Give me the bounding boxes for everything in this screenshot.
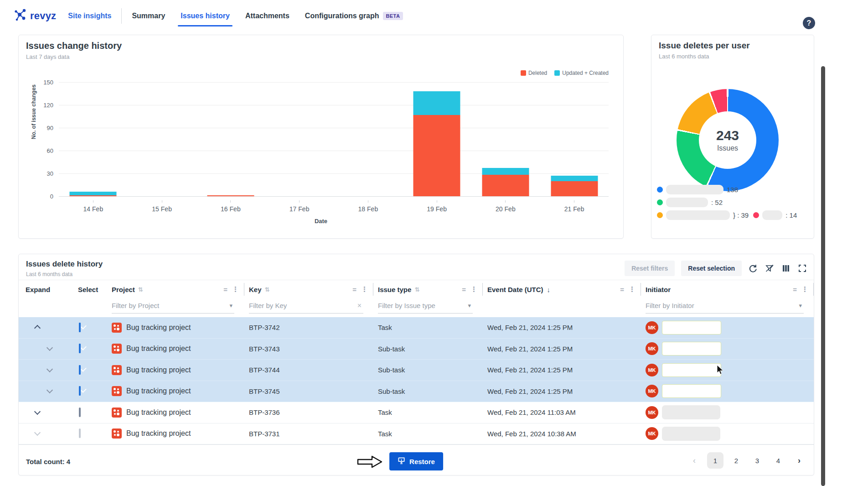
- help-icon[interactable]: ?: [803, 17, 815, 29]
- donut-legend-item[interactable]: : 14: [753, 210, 797, 220]
- legend-item[interactable]: Updated + Created: [554, 70, 609, 76]
- pagination-page-3[interactable]: 3: [749, 452, 765, 469]
- brand-name: revyz: [30, 10, 56, 22]
- fullscreen-icon[interactable]: [797, 263, 807, 273]
- initiator-name-redacted: [662, 427, 720, 441]
- table-row[interactable]: Bug tracking project BTP-3743 Sub-task W…: [19, 339, 814, 360]
- issues-change-history-card: Issues change history Last 7 days data D…: [18, 35, 624, 239]
- pagination-page-2[interactable]: 2: [728, 452, 744, 469]
- dropdown-icon[interactable]: ▾: [468, 302, 471, 309]
- reset-selection-button[interactable]: Reset selection: [681, 261, 742, 276]
- col-project[interactable]: Project⇅ =⋮: [104, 280, 244, 298]
- donut-legend-value: } : 39: [733, 211, 749, 219]
- pagination-prev[interactable]: ‹: [686, 452, 703, 469]
- bar-segment-deleted: [207, 195, 254, 196]
- row-checkbox[interactable]: [79, 386, 81, 396]
- refresh-icon[interactable]: [748, 263, 758, 273]
- column-menu-icon[interactable]: ⋮: [470, 285, 477, 293]
- clear-icon[interactable]: ×: [357, 302, 362, 310]
- sort-icon[interactable]: ⇅: [138, 286, 143, 293]
- redacted-user-name: [762, 210, 782, 220]
- donut-legend-item[interactable]: } : 39: [657, 210, 749, 220]
- col-select: Select: [69, 280, 104, 298]
- x-tick-label: 14 Feb: [59, 200, 128, 213]
- event-date: Wed, Feb 21, 2024 1:25 PM: [483, 387, 641, 395]
- tab-issues-history[interactable]: Issues history: [181, 0, 230, 32]
- resize-handle-icon[interactable]: =: [462, 286, 466, 293]
- restore-button[interactable]: Restore: [389, 452, 443, 470]
- column-menu-icon[interactable]: ⋮: [361, 285, 368, 293]
- project-avatar-icon: [112, 323, 122, 333]
- resize-handle-icon[interactable]: =: [352, 286, 356, 293]
- col-key[interactable]: Key⇅ =⋮: [244, 280, 373, 298]
- top-nav: revyz Site insights Summary Issues histo…: [0, 0, 868, 32]
- row-checkbox[interactable]: [79, 344, 81, 353]
- stacked-bar[interactable]: [70, 192, 117, 196]
- reset-filters-button[interactable]: Reset filters: [625, 261, 675, 276]
- resize-handle-icon[interactable]: =: [793, 286, 797, 293]
- tab-summary[interactable]: Summary: [132, 0, 165, 32]
- dropdown-icon[interactable]: ▾: [799, 302, 802, 309]
- sort-icon[interactable]: ⇅: [265, 286, 270, 293]
- dropdown-icon[interactable]: ▾: [229, 302, 232, 309]
- pagination-next[interactable]: ›: [791, 452, 807, 469]
- issue-key: BTP-3742: [244, 324, 373, 331]
- pagination: ‹1234›: [686, 452, 807, 469]
- tab-configurations-graph[interactable]: Configurations graph BETA: [305, 0, 403, 32]
- col-initiator[interactable]: Initiator =⋮: [641, 280, 814, 298]
- legend-item[interactable]: Deleted: [521, 70, 547, 76]
- vertical-scrollbar[interactable]: [821, 66, 825, 486]
- issue-key: BTP-3744: [244, 366, 373, 374]
- table-body: Bug tracking project BTP-3742 Task Wed, …: [19, 317, 814, 444]
- table-toolbar: Reset filters Reset selection: [625, 261, 807, 276]
- col-issue-type[interactable]: Issue type⇅ =⋮: [373, 280, 483, 298]
- table-row[interactable]: Bug tracking project BTP-3744 Sub-task W…: [19, 360, 814, 381]
- brand[interactable]: revyz: [14, 8, 56, 24]
- stacked-bar[interactable]: [207, 195, 254, 196]
- donut-legend-item[interactable]: 138: [657, 185, 738, 194]
- sort-icon[interactable]: ⇅: [414, 286, 419, 293]
- table-row[interactable]: Bug tracking project BTP-3745 Sub-task W…: [19, 381, 814, 402]
- app-window: revyz Site insights Summary Issues histo…: [0, 0, 868, 486]
- stacked-bar[interactable]: [482, 168, 529, 196]
- event-date: Wed, Feb 21, 2024 11:03 AM: [483, 408, 641, 416]
- filter-project-input[interactable]: Filter by Project ▾: [112, 298, 234, 314]
- table-row[interactable]: Bug tracking project BTP-3742 Task Wed, …: [19, 317, 814, 339]
- donut-title: Issue deletes per user: [659, 41, 750, 51]
- pagination-page-4[interactable]: 4: [770, 452, 786, 469]
- x-tick-label: 21 Feb: [540, 200, 609, 213]
- project-avatar-icon: [112, 365, 122, 375]
- column-menu-icon[interactable]: ⋮: [232, 285, 239, 293]
- filter-initiator-input[interactable]: Filter by Initiator ▾: [646, 298, 804, 314]
- x-tick-label: 16 Feb: [196, 200, 265, 213]
- filter-issue-type-input[interactable]: Filter by Issue type ▾: [378, 298, 473, 314]
- stacked-bar[interactable]: [551, 176, 598, 196]
- row-checkbox[interactable]: [79, 408, 81, 417]
- column-menu-icon[interactable]: ⋮: [629, 285, 636, 293]
- redacted-user-name: [666, 185, 723, 194]
- project-name: Bug tracking project: [126, 387, 191, 395]
- table-row[interactable]: Bug tracking project BTP-3736 Task Wed, …: [19, 402, 814, 423]
- row-checkbox[interactable]: [79, 429, 81, 438]
- row-checkbox[interactable]: [79, 323, 81, 332]
- bar-segment-updated-created: [413, 91, 460, 115]
- tab-attachments[interactable]: Attachments: [245, 0, 289, 32]
- filter-key-input[interactable]: Filter by Key ×: [249, 298, 363, 314]
- col-event-date[interactable]: Event Date (UTC)↓ =⋮: [483, 280, 641, 298]
- stacked-bar[interactable]: [413, 91, 460, 196]
- table-row[interactable]: Bug tracking project BTP-3731 Task Wed, …: [19, 423, 814, 445]
- donut-chart[interactable]: [677, 89, 779, 191]
- bar-slot: [128, 83, 196, 197]
- bar-slot: [471, 83, 540, 197]
- resize-handle-icon[interactable]: =: [620, 286, 624, 293]
- donut-legend-item[interactable]: : 52: [657, 198, 723, 207]
- nav-site-insights[interactable]: Site insights: [68, 12, 111, 20]
- filter-off-icon[interactable]: [765, 263, 775, 273]
- initiator-name-redacted: [662, 405, 720, 419]
- column-menu-icon[interactable]: ⋮: [801, 285, 808, 293]
- row-checkbox[interactable]: [79, 365, 81, 375]
- sorted-desc-icon[interactable]: ↓: [547, 286, 551, 293]
- resize-handle-icon[interactable]: =: [223, 286, 227, 293]
- pagination-page-1[interactable]: 1: [707, 452, 723, 469]
- columns-icon[interactable]: [781, 263, 791, 273]
